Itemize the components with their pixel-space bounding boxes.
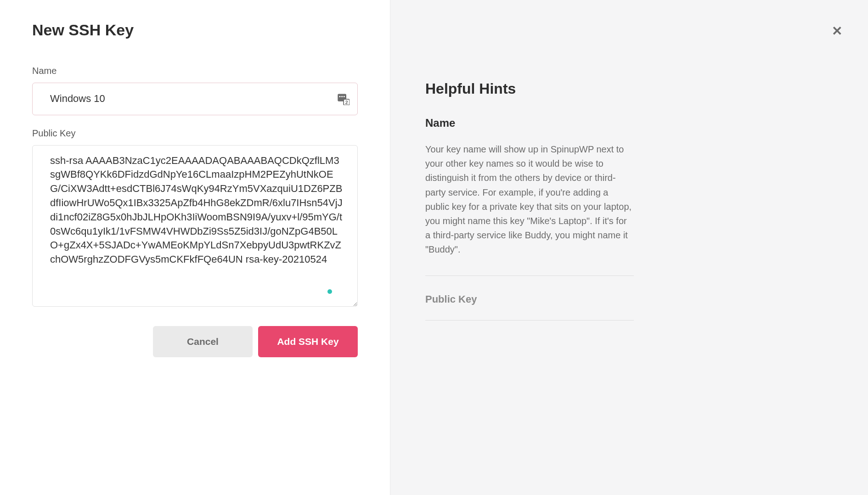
name-input-wrap: 2 bbox=[32, 83, 358, 115]
name-input[interactable] bbox=[32, 83, 358, 115]
button-row: Cancel Add SSH Key bbox=[32, 326, 358, 357]
page-title: New SSH Key bbox=[32, 21, 358, 39]
hints-publickey-heading: Public Key bbox=[425, 293, 634, 305]
publickey-label: Public Key bbox=[32, 128, 358, 139]
hints-name-body: Your key name will show up in SpinupWP n… bbox=[425, 142, 634, 257]
hints-name-heading: Name bbox=[425, 117, 634, 129]
name-label: Name bbox=[32, 66, 358, 76]
publickey-field-group: Public Key bbox=[32, 128, 358, 309]
hints-inner: Helpful Hints Name Your key name will sh… bbox=[390, 80, 634, 321]
modal-container: New SSH Key Name 2 Public Key bbox=[0, 0, 868, 495]
hints-panel: ✕ Helpful Hints Name Your key name will … bbox=[390, 0, 868, 495]
publickey-textarea[interactable] bbox=[32, 145, 358, 307]
close-button[interactable]: ✕ bbox=[830, 23, 844, 39]
hints-divider-2 bbox=[425, 320, 634, 321]
close-icon: ✕ bbox=[832, 24, 842, 38]
name-field-group: Name 2 bbox=[32, 66, 358, 115]
add-ssh-key-button[interactable]: Add SSH Key bbox=[258, 326, 358, 357]
hints-divider bbox=[425, 276, 634, 276]
cancel-button[interactable]: Cancel bbox=[153, 326, 253, 357]
form-panel: New SSH Key Name 2 Public Key bbox=[0, 0, 390, 495]
hints-title: Helpful Hints bbox=[425, 80, 634, 97]
